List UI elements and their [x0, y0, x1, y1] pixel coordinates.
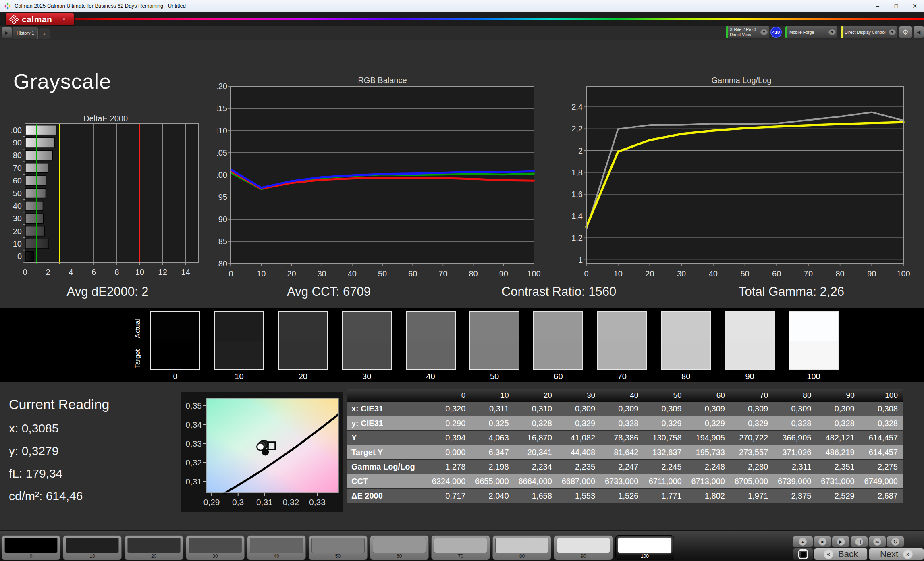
svg-text:80: 80: [835, 269, 844, 278]
swatch-actual: [662, 312, 710, 341]
pattern-swatch: [495, 538, 548, 553]
svg-text:10: 10: [257, 269, 266, 278]
table-cell: 1,278: [428, 460, 471, 474]
pattern-swatch: [4, 538, 58, 553]
swatch-level-label: 40: [406, 372, 456, 381]
deltae-bar-80: [25, 150, 53, 160]
pattern-bar: ▲ ■ ▶ [·] ∞ ↻ « Back Next » 010203040506…: [0, 530, 924, 561]
table-cell: 4,063: [471, 431, 514, 445]
table-cell: 0,309: [731, 402, 774, 416]
minimize-button[interactable]: –: [868, 0, 887, 12]
svg-text:100: 100: [897, 269, 910, 278]
grayscale-swatch-50: [469, 311, 519, 370]
table-cell: 41,082: [558, 431, 601, 445]
svg-text:0,31: 0,31: [256, 497, 273, 507]
pattern-window-button[interactable]: [793, 548, 813, 560]
back-button[interactable]: « Back: [814, 548, 868, 560]
svg-text:40: 40: [348, 269, 357, 278]
table-cell: 366,905: [774, 431, 817, 445]
swatch-target: [789, 341, 838, 370]
pattern-button-50[interactable]: 50: [309, 535, 368, 560]
calman-window: Calman 2025 Calman Ultimate for Business…: [0, 0, 924, 561]
pattern-button-90[interactable]: 90: [554, 535, 613, 560]
table-cell: 6733,000: [601, 474, 644, 489]
svg-text:0,29: 0,29: [203, 497, 220, 507]
grayscale-swatch-90: [725, 311, 775, 370]
svg-text:1,6: 1,6: [571, 190, 583, 199]
pattern-button-30[interactable]: 30: [186, 535, 245, 560]
swatch-level-label: 60: [533, 372, 583, 381]
meter-dropdown[interactable]: X-Rite i1Pro 3Direct View ▼: [725, 26, 770, 39]
table-cell: 2,687: [860, 489, 903, 503]
reading-x: x: 0,3085: [9, 422, 58, 435]
pattern-button-0[interactable]: 0: [2, 535, 60, 560]
maximize-button[interactable]: □: [887, 0, 905, 12]
swatch-level-label: 10: [214, 372, 264, 381]
chevron-down-icon: ▼: [58, 15, 66, 23]
window-controls: – □ ✕: [868, 0, 924, 12]
table-cell: 132,637: [644, 445, 687, 460]
pattern-button-40[interactable]: 40: [247, 535, 306, 560]
svg-text:2,4: 2,4: [571, 102, 583, 111]
calman-logo-button[interactable]: calman ▼: [6, 13, 74, 25]
svg-text:90: 90: [499, 269, 508, 278]
svg-text:50: 50: [740, 269, 749, 278]
pattern-button-80[interactable]: 80: [492, 535, 551, 560]
swatch-target: [598, 341, 646, 370]
pattern-button-60[interactable]: 60: [370, 535, 429, 560]
pattern-button-20[interactable]: 20: [125, 535, 183, 560]
calman-logo-text: calman: [22, 15, 52, 24]
pattern-swatch: [373, 538, 426, 553]
swatch-target: [726, 341, 774, 370]
table-cell: 6687,000: [558, 474, 601, 489]
add-tab-button[interactable]: +: [39, 28, 50, 39]
deltae-bar-0: [25, 251, 33, 261]
pattern-button-10[interactable]: 10: [63, 535, 122, 560]
pattern-level-label: 100: [616, 553, 674, 559]
read-once-button[interactable]: ▶: [832, 536, 850, 547]
table-cell: 6324,000: [428, 474, 471, 489]
rainbow-divider: [75, 18, 924, 20]
svg-text:90: 90: [13, 138, 22, 147]
table-cell: 486,219: [817, 445, 860, 460]
swatch-target: [279, 341, 327, 370]
resume-button[interactable]: ↻: [887, 536, 904, 547]
svg-text:0: 0: [23, 268, 27, 276]
gamma-chart: 11,21,41,61,822,22,401020304050607080901…: [563, 76, 924, 285]
table-cell: 0,309: [774, 402, 817, 416]
grayscale-swatch-10: [214, 311, 264, 370]
table-cell: 0,309: [817, 402, 860, 416]
grayscale-swatch-100: [789, 311, 839, 370]
stop-measure-button[interactable]: ■: [813, 536, 831, 547]
up-arrow-icon: ▲: [799, 538, 807, 546]
svg-text:0,33: 0,33: [309, 497, 326, 507]
collapse-panel-button[interactable]: ◀: [913, 26, 924, 39]
display-control-dropdown[interactable]: Direct Display Control ▼: [840, 26, 898, 39]
table-row-label: ΔE 2000: [347, 489, 428, 503]
svg-text:10: 10: [614, 269, 623, 278]
read-series-button[interactable]: [·]: [850, 536, 868, 547]
settings-button[interactable]: ⚙: [899, 26, 912, 39]
back-chevrons-icon: «: [824, 549, 833, 559]
step-measure-icon: [·]: [855, 538, 863, 546]
svg-text:60: 60: [772, 269, 781, 278]
run-layout-button[interactable]: ▶: [2, 27, 12, 38]
swatch-actual: [279, 312, 327, 341]
pattern-button-70[interactable]: 70: [431, 535, 490, 560]
svg-text:0,32: 0,32: [282, 497, 299, 507]
table-cell: 6713,000: [687, 474, 731, 489]
close-button[interactable]: ✕: [905, 0, 924, 12]
table-cell: 0,328: [860, 416, 903, 431]
pattern-level-up-button[interactable]: ▲: [792, 536, 813, 547]
table-cell: 0,329: [731, 416, 774, 431]
rgb-balance-chart: 8085909510010511011512001020304050607080…: [217, 76, 562, 285]
table-cell: 0,328: [601, 416, 644, 431]
tab-history-1[interactable]: History 1: [13, 27, 38, 39]
table-cell: 2,040: [471, 489, 514, 503]
next-label: Next: [880, 549, 898, 559]
next-button[interactable]: Next »: [869, 548, 924, 560]
pattern-button-100[interactable]: 100: [615, 535, 674, 560]
read-continuous-button[interactable]: ∞: [868, 536, 886, 547]
pattern-source-dropdown[interactable]: Mobile Forge ▼: [785, 26, 838, 39]
svg-text:80: 80: [218, 259, 227, 268]
